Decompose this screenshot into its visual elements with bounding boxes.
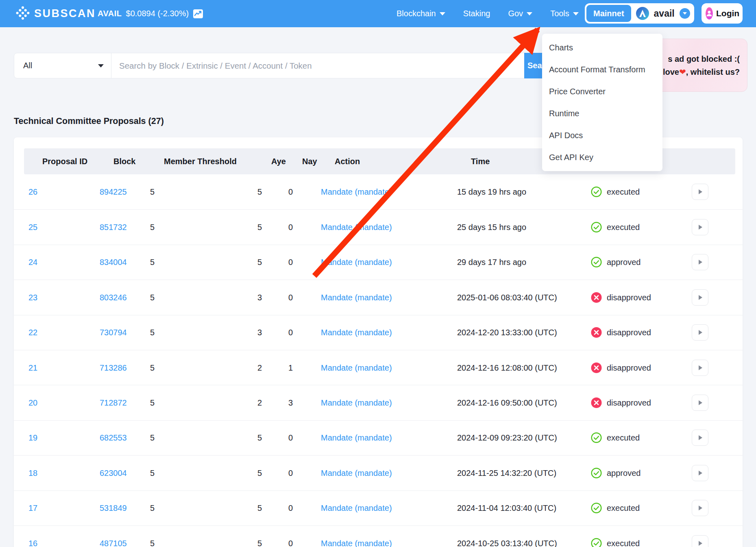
block-link[interactable]: 712872 xyxy=(100,398,127,408)
search-filter-value: All xyxy=(23,61,98,70)
nay-value: 0 xyxy=(288,538,293,547)
block-link[interactable]: 803246 xyxy=(100,293,127,302)
proposal-id-link[interactable]: 20 xyxy=(28,398,37,408)
token-price: $0.0894 (-2.30%) xyxy=(126,9,189,18)
action-link[interactable]: Mandate (mandate) xyxy=(321,258,392,267)
price-chart-icon[interactable] xyxy=(193,9,203,19)
expand-row-button[interactable] xyxy=(692,289,708,306)
proposal-id-link[interactable]: 18 xyxy=(28,468,37,478)
menu-item-tools[interactable]: Tools xyxy=(550,9,579,18)
member-threshold-value: 5 xyxy=(150,504,155,513)
member-threshold-value: 5 xyxy=(150,468,155,478)
tools-menu-item[interactable]: Price Converter xyxy=(542,80,662,102)
block-link[interactable]: 894225 xyxy=(100,187,127,197)
block-link[interactable]: 623004 xyxy=(100,468,127,478)
tools-menu-item[interactable]: Charts xyxy=(542,37,662,59)
main-menu: Blockchain Staking Gov Tools xyxy=(397,0,579,27)
expand-row-button[interactable] xyxy=(692,324,708,341)
block-link[interactable]: 730794 xyxy=(100,328,127,337)
table-row: 17531849550Mandate (mandate)2024-11-04 1… xyxy=(14,491,743,525)
search-filter-select[interactable]: All xyxy=(14,53,111,78)
network-chevron-icon[interactable] xyxy=(680,8,690,19)
action-link[interactable]: Mandate (mandate) xyxy=(321,398,392,408)
status-text: disapproved xyxy=(607,328,651,337)
check-circle-icon xyxy=(591,432,602,443)
status-badge: disapproved xyxy=(591,327,651,338)
proposal-id-link[interactable]: 17 xyxy=(28,504,37,513)
action-link[interactable]: Mandate (mandate) xyxy=(321,433,392,443)
block-link[interactable]: 682553 xyxy=(100,433,127,443)
search-input[interactable] xyxy=(119,53,534,78)
proposal-id-link[interactable]: 26 xyxy=(28,187,37,197)
proposal-id-link[interactable]: 16 xyxy=(28,538,37,547)
col-header-aye: Aye xyxy=(271,148,286,174)
action-link[interactable]: Mandate (mandate) xyxy=(321,223,392,232)
action-link[interactable]: Mandate (mandate) xyxy=(321,468,392,478)
proposal-id-link[interactable]: 21 xyxy=(28,363,37,372)
expand-row-button[interactable] xyxy=(692,360,708,376)
menu-item-blockchain[interactable]: Blockchain xyxy=(397,9,445,18)
status-text: approved xyxy=(607,468,641,478)
action-link[interactable]: Mandate (mandate) xyxy=(321,293,392,302)
tools-menu-item[interactable]: Get API Key xyxy=(542,146,662,168)
status-text: disapproved xyxy=(607,293,651,302)
status-text: executed xyxy=(607,538,640,547)
chevron-down-icon xyxy=(527,12,532,15)
expand-row-button[interactable] xyxy=(692,465,708,481)
proposal-id-link[interactable]: 23 xyxy=(28,293,37,302)
time-value: 29 days 17 hrs ago xyxy=(457,258,526,267)
expand-row-button[interactable] xyxy=(692,219,708,235)
action-link[interactable]: Mandate (mandate) xyxy=(321,363,392,372)
time-value: 2024-12-16 09:50:00 (UTC) xyxy=(457,398,557,408)
member-threshold-value: 5 xyxy=(150,293,155,302)
expand-row-button[interactable] xyxy=(692,254,708,270)
table-row: 22730794530Mandate (mandate)2024-12-20 1… xyxy=(14,315,743,350)
expand-row-button[interactable] xyxy=(692,535,708,547)
block-link[interactable]: 834004 xyxy=(100,258,127,267)
proposal-id-link[interactable]: 19 xyxy=(28,433,37,443)
token-symbol: AVAIL xyxy=(98,9,122,18)
action-link[interactable]: Mandate (mandate) xyxy=(321,328,392,337)
menu-item-staking[interactable]: Staking xyxy=(463,9,490,18)
col-header-proposal-id: Proposal ID xyxy=(42,148,87,174)
nay-value: 0 xyxy=(288,223,293,232)
proposals-table: Proposal ID Block Member Threshold Aye N… xyxy=(14,137,743,547)
tools-menu-item[interactable]: Runtime xyxy=(542,102,662,124)
expand-row-button[interactable] xyxy=(692,500,708,516)
tools-menu-item[interactable]: API Docs xyxy=(542,124,662,146)
check-circle-icon xyxy=(591,222,602,233)
action-link[interactable]: Mandate (mandate) xyxy=(321,538,392,547)
nay-value: 1 xyxy=(288,363,293,372)
block-link[interactable]: 713286 xyxy=(100,363,127,372)
login-button[interactable]: Login xyxy=(702,3,743,24)
action-link[interactable]: Mandate (mandate) xyxy=(321,187,392,197)
aye-value: 5 xyxy=(257,187,262,197)
expand-row-button[interactable] xyxy=(692,395,708,411)
check-circle-icon xyxy=(591,467,602,478)
block-link[interactable]: 531849 xyxy=(100,504,127,513)
token-price-group: AVAIL $0.0894 (-2.30%) xyxy=(98,0,203,27)
mainnet-button[interactable]: Mainnet xyxy=(586,5,631,22)
expand-row-button[interactable] xyxy=(692,184,708,200)
tools-menu-item[interactable]: Account Format Transform xyxy=(542,59,662,80)
nay-value: 0 xyxy=(288,504,293,513)
status-badge: disapproved xyxy=(591,397,651,408)
menu-item-gov[interactable]: Gov xyxy=(508,9,532,18)
status-badge: approved xyxy=(591,257,641,268)
col-header-action: Action xyxy=(335,148,360,174)
check-circle-icon xyxy=(591,503,602,514)
proposal-id-link[interactable]: 22 xyxy=(28,328,37,337)
expand-row-button[interactable] xyxy=(692,430,708,446)
action-link[interactable]: Mandate (mandate) xyxy=(321,504,392,513)
member-threshold-value: 5 xyxy=(150,328,155,337)
block-link[interactable]: 851732 xyxy=(100,223,127,232)
network-selector: Mainnet avail xyxy=(585,3,694,24)
table-row: 23803246530Mandate (mandate)2025-01-06 0… xyxy=(14,280,743,315)
nay-value: 0 xyxy=(288,187,293,197)
proposal-id-link[interactable]: 25 xyxy=(28,223,37,232)
check-circle-icon xyxy=(591,187,602,198)
subscan-logo[interactable]: SUBSCAN xyxy=(16,0,96,27)
proposal-id-link[interactable]: 24 xyxy=(28,258,37,267)
time-value: 2024-10-25 03:13:40 (UTC) xyxy=(457,538,557,547)
block-link[interactable]: 487105 xyxy=(100,538,127,547)
